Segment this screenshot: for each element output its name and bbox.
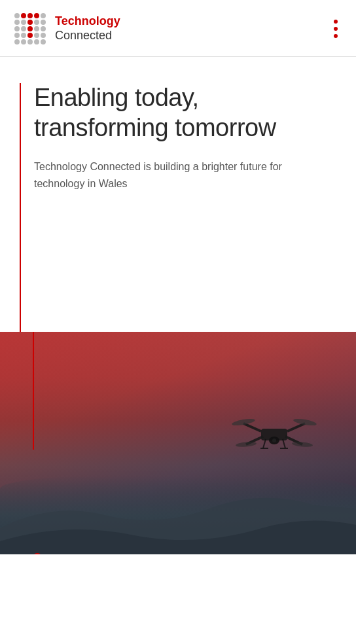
svg-point-0 [14,13,20,18]
svg-point-24 [41,39,46,45]
svg-point-8 [34,20,39,25]
menu-dot-2 [334,27,338,31]
svg-point-20 [14,39,20,45]
logo-area: Technology Connected [13,12,120,46]
menu-button[interactable] [329,14,343,43]
landscape-svg [0,450,356,554]
svg-point-32 [232,418,255,427]
app-header: Technology Connected [0,0,356,57]
svg-line-37 [283,439,285,448]
svg-point-23 [34,39,39,45]
svg-point-1 [21,13,26,18]
svg-point-27 [272,438,276,442]
svg-point-13 [34,26,39,31]
svg-point-10 [14,26,20,31]
brand-technology: Technology [55,14,120,29]
svg-point-15 [14,33,20,38]
svg-point-7 [27,20,33,25]
subtext: Technology Connected is building a brigh… [34,158,296,192]
red-line-extension [33,332,34,450]
svg-line-29 [287,423,305,431]
brand-name: Technology Connected [55,14,120,43]
svg-point-11 [21,26,26,31]
svg-point-5 [14,20,20,25]
svg-point-17 [27,33,33,38]
menu-dot-3 [334,34,338,38]
main-content: Enabling today, transforming tomorrow Te… [0,57,356,332]
svg-point-4 [41,13,46,18]
svg-point-19 [41,33,46,38]
svg-point-16 [21,33,26,38]
svg-line-36 [263,439,266,448]
red-line-container [20,83,21,332]
svg-point-18 [34,33,39,38]
svg-point-21 [21,39,26,45]
svg-point-2 [27,13,33,18]
text-block: Enabling today, transforming tomorrow Te… [34,83,336,332]
svg-point-14 [41,26,46,31]
svg-point-9 [41,20,46,25]
hero-section [0,332,356,554]
headline: Enabling today, transforming tomorrow [34,83,336,143]
red-line [20,83,21,332]
svg-line-28 [243,423,261,431]
svg-point-6 [21,20,26,25]
svg-point-33 [293,418,317,427]
svg-point-22 [27,39,33,45]
svg-point-3 [34,13,39,18]
svg-point-12 [27,26,33,31]
brand-connected: Connected [55,29,120,43]
menu-dot-1 [334,20,338,24]
logo-icon [13,12,47,46]
